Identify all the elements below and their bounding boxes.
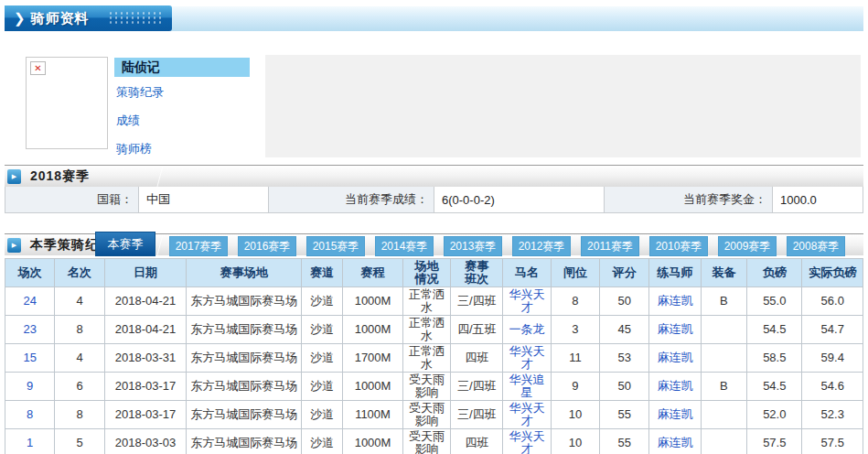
column-header: 实际负磅 (802, 259, 863, 287)
cell: 四班 (451, 344, 503, 373)
season-tab-5[interactable]: 2013赛季 (444, 236, 502, 256)
season-record-value: 6(0-0-0-2) (434, 187, 605, 212)
cell: 53 (600, 344, 649, 373)
arrow-right-icon (7, 169, 21, 184)
season-tab-2[interactable]: 2016赛季 (238, 236, 296, 256)
cell: B (701, 287, 746, 316)
cell: 45 (600, 316, 649, 344)
link-results[interactable]: 成绩 (116, 113, 253, 129)
season-tab-8[interactable]: 2010赛季 (649, 236, 708, 256)
cell: 54.5 (747, 316, 802, 344)
top-banner: 骑师资料 (5, 5, 172, 31)
cell: 华兴天才 (503, 401, 551, 429)
season-tab-7[interactable]: 2011赛季 (581, 236, 639, 256)
table-row: 1542018-03-31东方马城国际赛马场沙道1700M正常洒水四班华兴天才1… (5, 344, 863, 373)
table-row: 152018-03-03东方马城国际赛马场沙道1000M受天雨影响四班华兴天才1… (5, 429, 863, 454)
cell: 54.6 (802, 373, 863, 401)
horse-name-link[interactable]: 华兴天才 (509, 401, 545, 427)
cell: 55 (600, 401, 649, 429)
column-header: 名次 (55, 259, 104, 287)
cell: 54.7 (802, 316, 863, 344)
table-row: 882018-03-17东方马城国际赛马场沙道1100M受天雨影响三/四班华兴天… (5, 401, 863, 429)
cell: 一条龙 (503, 316, 551, 344)
cell: 受天雨影响 (402, 429, 450, 454)
trainer-link[interactable]: 麻连凯 (658, 407, 693, 421)
cell: B (701, 373, 746, 401)
cell: 56.0 (802, 287, 863, 316)
cell: 1100M (343, 401, 402, 429)
cell: 8 (55, 401, 104, 429)
column-header: 赛事场地 (187, 259, 302, 287)
season-tab-0[interactable]: 本赛季 (95, 232, 155, 256)
page-title: 骑师资料 (31, 10, 90, 27)
cell: 正常洒水 (402, 287, 450, 316)
cell: 东方马城国际赛马场 (187, 316, 302, 344)
trainer-link[interactable]: 麻连凯 (658, 379, 693, 393)
horse-name-link[interactable]: 华兴天才 (509, 344, 545, 371)
column-header: 装备 (701, 259, 746, 287)
cell: 10 (551, 429, 599, 454)
link-jockey-rankings[interactable]: 骑师榜 (116, 141, 253, 157)
cell: 9 (551, 373, 599, 401)
cell: 受天雨影响 (402, 401, 450, 429)
cell: 52.0 (747, 401, 802, 429)
cell: 11 (551, 344, 599, 373)
cell: 2018-03-17 (104, 373, 187, 401)
cell: 华兴天才 (503, 344, 551, 373)
cell: 麻连凯 (649, 429, 701, 454)
chevron-right-icon (14, 10, 26, 27)
cell: 2018-03-03 (104, 429, 187, 454)
cell: 东方马城国际赛马场 (187, 287, 302, 316)
cell: 58.5 (747, 344, 802, 373)
season-tab-3[interactable]: 2015赛季 (306, 236, 365, 256)
cell: 8 (5, 401, 55, 429)
season-prize-label: 当前赛季奖金： (605, 187, 772, 212)
cell: 东方马城国际赛马场 (187, 373, 302, 401)
cell: 50 (600, 287, 649, 316)
cell: 1000M (343, 287, 402, 316)
season-tabs: 本赛季2017赛季2016赛季2015赛季2014赛季2013赛季2012赛季2… (5, 230, 863, 257)
season-tab-10[interactable]: 2008赛季 (787, 236, 845, 256)
race-number-link[interactable]: 23 (23, 322, 36, 336)
column-header: 赛道 (302, 259, 343, 287)
trainer-link[interactable]: 麻连凯 (658, 322, 693, 336)
horse-name-link[interactable]: 华兴天才 (509, 429, 545, 454)
horse-name-link[interactable]: 一条龙 (509, 322, 545, 336)
table-row: 2442018-04-21东方马城国际赛马场沙道1000M正常洒水三/四班华兴天… (5, 287, 863, 316)
cell: 麻连凯 (649, 344, 701, 373)
horse-name-link[interactable]: 华兴追星 (509, 373, 545, 399)
link-riding-records[interactable]: 策骑纪录 (116, 84, 253, 101)
horse-name-link[interactable]: 华兴天才 (509, 287, 545, 314)
race-number-link[interactable]: 8 (27, 407, 33, 421)
race-number-link[interactable]: 1 (27, 436, 33, 449)
race-number-link[interactable]: 24 (23, 294, 36, 308)
cell: 55.0 (747, 287, 802, 316)
cell: 三/四班 (451, 401, 503, 429)
cell (701, 401, 746, 429)
season-section-header: 2018赛季 (5, 165, 863, 187)
cell: 2018-04-21 (104, 287, 187, 316)
race-number-link[interactable]: 15 (23, 351, 36, 364)
season-tab-6[interactable]: 2012赛季 (512, 236, 571, 256)
season-tab-4[interactable]: 2014赛季 (375, 236, 434, 256)
records-table-container: 场次名次日期赛事场地赛道赛程场地 情况赛事 班次马名闸位评分练马师装备负磅实际负… (5, 258, 863, 454)
cell: 麻连凯 (649, 316, 701, 344)
column-header: 赛事 班次 (451, 259, 503, 287)
table-row: 2382018-04-21东方马城国际赛马场沙道1000M正常洒水四/五班一条龙… (5, 316, 863, 344)
cell: 24 (5, 287, 55, 316)
cell: 沙道 (302, 316, 343, 344)
season-tab-1[interactable]: 2017赛季 (169, 236, 228, 256)
cell: 沙道 (302, 373, 343, 401)
trainer-link[interactable]: 麻连凯 (658, 294, 693, 308)
cell: 麻连凯 (649, 373, 701, 401)
jockey-photo-placeholder: ✕ (26, 57, 108, 149)
season-info-row: 国籍： 中国 当前赛季成绩： 6(0-0-0-2) 当前赛季奖金： 1000.0 (5, 187, 863, 213)
dotted-pattern-decoration (108, 11, 165, 26)
cell: 1700M (343, 344, 402, 373)
cell: 2018-03-31 (104, 344, 187, 373)
trainer-link[interactable]: 麻连凯 (658, 436, 693, 449)
cell: 8 (551, 287, 599, 316)
season-tab-9[interactable]: 2009赛季 (718, 236, 777, 256)
race-number-link[interactable]: 9 (27, 379, 33, 393)
trainer-link[interactable]: 麻连凯 (658, 351, 693, 364)
